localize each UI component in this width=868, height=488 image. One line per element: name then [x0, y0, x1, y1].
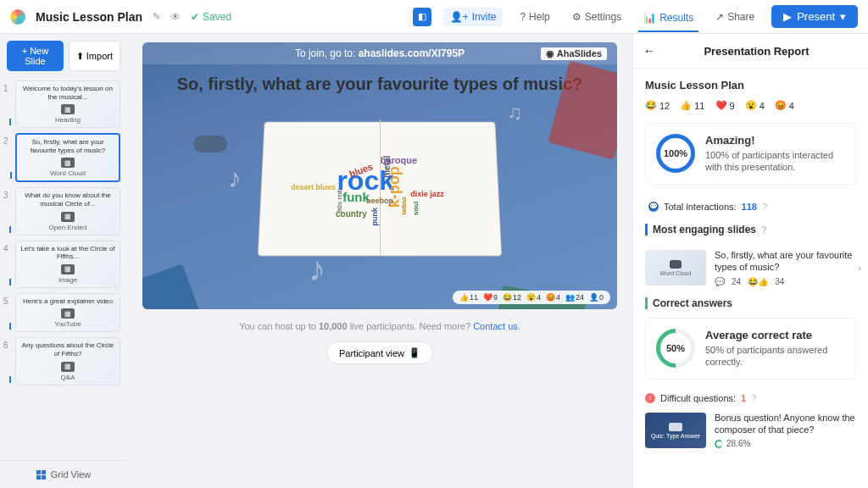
- difficult-title: Bonus question! Anyone know the composer…: [715, 412, 856, 436]
- reaction-count: 😮 4: [745, 100, 765, 111]
- canvas-area: To join, go to: ahaslides.com/XI795P ◉ A…: [127, 34, 632, 488]
- grid-icon: [36, 470, 46, 480]
- grid-view-button[interactable]: Grid View: [0, 460, 127, 488]
- decor-cloud: [193, 136, 227, 152]
- slide-thumb[interactable]: Any questions about the Circle of Fifths…: [15, 337, 120, 385]
- help-button[interactable]: ? Help: [515, 8, 554, 26]
- wordcloud-word: dixie jazz: [410, 189, 444, 197]
- reaction-count: ❤️9: [483, 293, 498, 302]
- slide-preview[interactable]: To join, go to: ahaslides.com/XI795P ◉ A…: [142, 42, 617, 309]
- slide-reactions-bar: 👍11❤️9😂12😮4😡4👥24👤0: [453, 291, 610, 304]
- engaging-thumb: Word Cloud: [645, 250, 706, 286]
- wordcloud-word: desert blues: [291, 182, 336, 191]
- reaction-count: ❤️ 9: [715, 100, 735, 111]
- reaction-count: 😡 4: [775, 100, 794, 111]
- music-note-icon: ♪: [228, 163, 242, 194]
- reaction-count: 😂12: [503, 293, 521, 302]
- report-lesson-title: Music Lesson Plan: [645, 79, 856, 92]
- slide-thumb[interactable]: Let's take a look at the Circle of Fifth…: [15, 241, 120, 288]
- invite-button[interactable]: 👤+ Invite: [443, 8, 504, 26]
- panel-title: Presentation Report: [655, 45, 858, 58]
- comment-icon: 💬: [715, 276, 725, 287]
- slide-thumb[interactable]: Welcome to today's lesson on the musical…: [15, 80, 120, 128]
- sidebar: + New Slide ⬆ Import 1 Welcome to today'…: [0, 34, 127, 488]
- slide-thumb[interactable]: Here's a great explainer video ▦ YouTube: [15, 293, 120, 333]
- help-icon[interactable]: ?: [761, 225, 767, 235]
- difficult-question-item[interactable]: Quiz: Type Answer Bonus question! Anyone…: [645, 412, 856, 450]
- difficult-questions: ! Difficult questions: 1 ?: [645, 390, 856, 412]
- wordcloud-word: 90s rnb: [336, 188, 343, 212]
- back-arrow-icon[interactable]: ←: [643, 44, 655, 58]
- presentation-title[interactable]: Music Lesson Plan: [36, 10, 142, 24]
- interaction-icon: 💬: [648, 202, 659, 212]
- reaction-count: 👍11: [459, 293, 478, 302]
- reaction-count: 😂 12: [645, 100, 670, 111]
- visibility-icon[interactable]: 👁: [170, 11, 181, 23]
- wordcloud-word: beebop: [366, 196, 393, 204]
- reaction-count: 😮4: [526, 293, 541, 302]
- wordcloud-word: metal: [382, 155, 392, 177]
- wordcloud-book: rockk-popfunkbluesbaroquemetalbeebopcoun…: [261, 119, 498, 254]
- slide-question: So, firstly, what are your favourite typ…: [142, 64, 617, 97]
- wordcloud-word: soul: [412, 202, 420, 215]
- logo: [10, 9, 25, 25]
- amazing-card: 100% Amazing! 100% of participants inter…: [645, 123, 856, 185]
- aha-logo: ◉ AhaSlides: [541, 47, 607, 60]
- import-button[interactable]: ⬆ Import: [69, 41, 120, 71]
- engaging-title: So, firstly, what are your favourite typ…: [715, 249, 856, 274]
- topbar: Music Lesson Plan ✎ 👁 ✔ Saved ◧ 👤+ Invit…: [0, 0, 868, 34]
- correct-rate-card: 50% Average correct rate 50% of particip…: [645, 318, 856, 380]
- reaction-count: 😡4: [546, 293, 560, 302]
- present-button[interactable]: ▶ Present ▾: [771, 5, 858, 28]
- edit-title-icon[interactable]: ✎: [153, 11, 160, 22]
- report-reactions: 😂 12👍 11❤️ 9😮 4😡 4: [645, 100, 856, 111]
- wordcloud-word: latino: [400, 197, 408, 214]
- results-tab[interactable]: 📊 Results: [638, 8, 698, 32]
- correct-title: Average correct rate: [705, 329, 845, 341]
- reaction-count: 👍 11: [680, 100, 704, 111]
- share-button[interactable]: ↗ Share: [710, 8, 760, 26]
- interaction-pct-circle: 100%: [656, 134, 695, 173]
- pct-circle-icon: [715, 440, 723, 448]
- theme-icon[interactable]: ◧: [413, 8, 431, 26]
- difficult-thumb: Quiz: Type Answer: [645, 413, 706, 448]
- total-interactions: 💬 Total interactions: 118 ?: [645, 195, 856, 219]
- new-slide-button[interactable]: + New Slide: [7, 41, 64, 71]
- slide-thumbnails: 1 Welcome to today's lesson on the music…: [0, 78, 127, 460]
- amazing-title: Amazing!: [705, 134, 845, 147]
- host-info: You can host up to 10,000 live participa…: [239, 321, 520, 331]
- warning-icon: !: [645, 393, 655, 403]
- correct-pct-circle: 50%: [648, 321, 703, 376]
- decor-book: [142, 263, 200, 309]
- reaction-count: 👤0: [589, 293, 604, 302]
- slide-thumb[interactable]: So, firstly, what are your favourite typ…: [15, 133, 120, 182]
- reaction-count: 👥24: [565, 293, 584, 302]
- wordcloud-word: punk: [370, 208, 379, 225]
- slide-thumb[interactable]: What do you know about the musical Circl…: [15, 187, 120, 235]
- amazing-desc: 100% of participants interacted with thi…: [705, 149, 845, 174]
- results-panel: ← Presentation Report Music Lesson Plan …: [632, 34, 868, 488]
- music-note-icon: ♫: [507, 101, 522, 125]
- participant-view-button[interactable]: Participant view 📱: [326, 341, 433, 364]
- react-icon: 😂👍: [748, 276, 768, 287]
- chevron-right-icon[interactable]: ›: [858, 263, 861, 273]
- save-status: ✔ Saved: [191, 11, 231, 23]
- correct-section-head: Correct answers: [645, 297, 856, 309]
- engaging-slide-item[interactable]: Word Cloud So, firstly, what are your fa…: [645, 244, 856, 293]
- phone-icon: 📱: [409, 347, 420, 358]
- correct-desc: 50% of participants answered correctly.: [705, 344, 845, 369]
- help-icon[interactable]: ?: [762, 202, 767, 212]
- contact-link[interactable]: Contact us: [473, 321, 518, 331]
- help-icon[interactable]: ?: [751, 393, 756, 403]
- engaging-section-head: Most engaging slides ?: [645, 224, 856, 236]
- settings-button[interactable]: ⚙ Settings: [567, 8, 626, 26]
